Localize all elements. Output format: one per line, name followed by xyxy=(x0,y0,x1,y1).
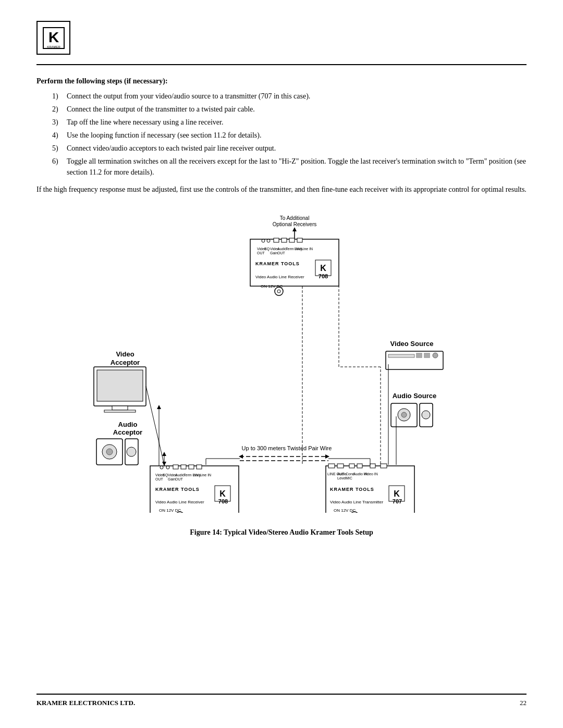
svg-text:K: K xyxy=(48,29,58,45)
svg-line-57 xyxy=(146,386,164,465)
svg-rect-85 xyxy=(328,464,335,468)
svg-marker-133 xyxy=(162,452,166,456)
svg-rect-13 xyxy=(297,238,302,242)
svg-text:KRAMER: KRAMER xyxy=(47,45,60,48)
page-number: 22 xyxy=(520,699,527,707)
footer-company: KRAMER ELECTRONICS LTD. xyxy=(36,699,135,707)
svg-point-37 xyxy=(433,353,438,358)
svg-rect-34 xyxy=(388,354,414,357)
svg-marker-120 xyxy=(325,454,329,459)
svg-text:Acceptor: Acceptor xyxy=(113,428,142,436)
svg-text:Video Audio Line Transmitter: Video Audio Line Transmitter xyxy=(330,500,383,504)
svg-text:Video Audio Line Receiver: Video Audio Line Receiver xyxy=(255,275,304,279)
svg-rect-11 xyxy=(282,238,287,242)
diagram-svg: To Additional Optional Receivers Video O… xyxy=(78,211,485,513)
svg-rect-62 xyxy=(173,465,178,469)
svg-point-56 xyxy=(127,447,136,456)
svg-text:K: K xyxy=(320,264,326,273)
svg-text:OUT: OUT xyxy=(257,251,265,255)
svg-text:Audio: Audio xyxy=(118,421,138,428)
svg-text:KRAMER  TOOLS: KRAMER TOOLS xyxy=(255,261,300,266)
list-item: 1)Connect the output from your video/aud… xyxy=(52,91,527,102)
svg-rect-87 xyxy=(349,464,354,468)
svg-text:K: K xyxy=(394,489,400,498)
diagram-container: To Additional Optional Receivers Video O… xyxy=(78,211,485,513)
figure-caption: Figure 14: Typical Video/Stereo Audio Kr… xyxy=(36,528,527,537)
footer: KRAMER ELECTRONICS LTD. 22 xyxy=(36,694,527,707)
svg-text:Acceptor: Acceptor xyxy=(111,359,140,366)
svg-text:Line IN: Line IN xyxy=(301,247,313,251)
svg-rect-90 xyxy=(381,464,387,468)
svg-point-43 xyxy=(422,411,430,419)
list-item: 5)Connect video/audio acceptors to each … xyxy=(52,143,527,154)
svg-rect-63 xyxy=(181,465,186,469)
svg-text:Video Source: Video Source xyxy=(390,340,434,348)
svg-text:MIC: MIC xyxy=(346,476,352,480)
svg-text:Up to 300 meters Twisted Pair : Up to 300 meters Twisted Pair Wire xyxy=(242,445,332,451)
svg-point-61 xyxy=(166,466,169,469)
svg-point-31 xyxy=(277,290,280,293)
svg-text:OUT: OUT xyxy=(175,477,183,481)
svg-rect-36 xyxy=(424,353,430,358)
svg-marker-131 xyxy=(157,405,161,409)
svg-point-41 xyxy=(401,412,407,417)
svg-text:Audio Source: Audio Source xyxy=(393,392,437,400)
list-item: 3)Tap off the line where necessary using… xyxy=(52,117,527,128)
svg-rect-49 xyxy=(104,410,136,412)
svg-point-54 xyxy=(106,449,113,455)
svg-rect-64 xyxy=(189,465,194,469)
svg-text:EQ: EQ xyxy=(264,247,270,251)
header-rule xyxy=(36,64,527,65)
list-item: 2)Connect the line output of the transmi… xyxy=(52,104,527,115)
svg-text:OUT: OUT xyxy=(155,477,164,481)
svg-rect-35 xyxy=(416,353,422,358)
svg-text:Gain: Gain xyxy=(270,251,278,255)
note-paragraph: If the high frequency response must be a… xyxy=(36,184,527,195)
svg-text:OUT: OUT xyxy=(277,251,286,255)
svg-text:707: 707 xyxy=(393,498,402,504)
svg-rect-65 xyxy=(197,465,202,469)
svg-point-8 xyxy=(262,239,265,242)
steps-list: 1)Connect the output from your video/aud… xyxy=(52,91,527,178)
svg-point-9 xyxy=(267,239,270,242)
svg-rect-12 xyxy=(289,238,295,242)
svg-text:Video IN: Video IN xyxy=(364,472,378,476)
svg-marker-119 xyxy=(239,454,243,459)
list-item: 4)Use the looping function if necessary … xyxy=(52,130,527,141)
svg-point-60 xyxy=(160,466,163,469)
svg-text:Gain: Gain xyxy=(168,477,176,481)
svg-rect-10 xyxy=(274,238,279,242)
kramer-logo: K KRAMER xyxy=(41,25,67,51)
svg-text:Video: Video xyxy=(116,350,134,358)
svg-text:708: 708 xyxy=(319,273,328,279)
svg-text:Video Audio Line Receiver: Video Audio Line Receiver xyxy=(155,500,204,504)
list-item: 6)Toggle all termination switches on all… xyxy=(52,156,527,178)
svg-text:Level: Level xyxy=(337,476,346,480)
svg-text:K: K xyxy=(219,489,226,498)
steps-intro: Perform the following steps (if necessar… xyxy=(36,76,527,87)
svg-text:KRAMER  TOOLS: KRAMER TOOLS xyxy=(155,487,200,492)
svg-text:KRAMER  TOOLS: KRAMER TOOLS xyxy=(330,487,374,492)
svg-text:708: 708 xyxy=(218,498,228,504)
svg-text:Line IN: Line IN xyxy=(200,473,211,477)
svg-rect-89 xyxy=(370,464,375,468)
svg-rect-86 xyxy=(337,464,344,468)
svg-marker-6 xyxy=(292,227,297,231)
steps-section: Perform the following steps (if necessar… xyxy=(36,76,527,195)
svg-text:To Additional: To Additional xyxy=(280,215,310,221)
svg-rect-47 xyxy=(97,370,143,401)
svg-text:Optional Receivers: Optional Receivers xyxy=(273,221,316,227)
svg-rect-88 xyxy=(357,464,362,468)
logo-box: K KRAMER xyxy=(36,21,70,55)
svg-rect-48 xyxy=(112,406,128,410)
